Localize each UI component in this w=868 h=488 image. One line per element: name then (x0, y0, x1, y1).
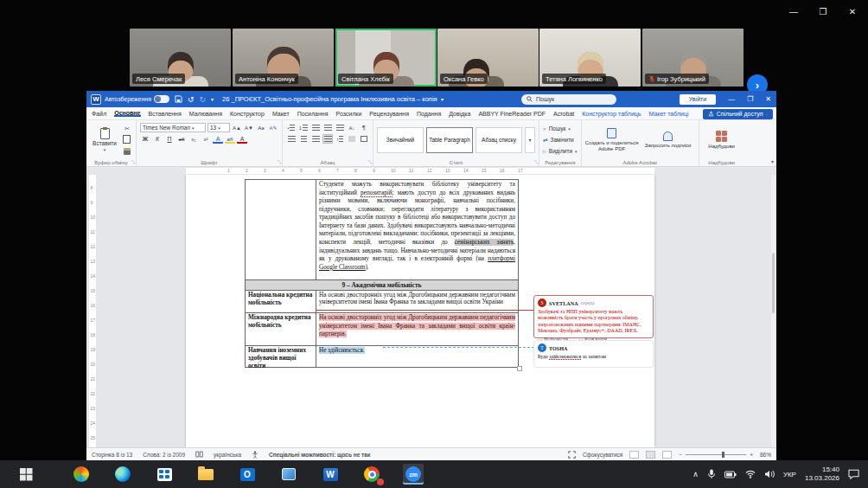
file-explorer-button[interactable] (195, 464, 216, 485)
clock[interactable]: 15:40 13.03.2026 (805, 466, 839, 483)
multilevel-list-icon[interactable] (310, 123, 321, 132)
tab-home[interactable]: Основне (114, 110, 140, 117)
video-tile[interactable]: Ігор Зубрицький (642, 29, 744, 87)
font-dialog-launcher[interactable]: ⤡ (278, 159, 281, 165)
table-resize-handle[interactable] (517, 366, 522, 371)
bold-icon[interactable]: Ж (140, 134, 150, 144)
tab-table-design[interactable]: Конструктор таблиць (582, 111, 641, 117)
document-page[interactable]: Студенти можуть використовувати бібліоте… (186, 175, 654, 447)
increase-indent-icon[interactable] (335, 123, 345, 132)
format-painter-icon[interactable] (122, 146, 132, 156)
font-name-select[interactable]: Times New Roman▾ (140, 123, 206, 132)
horizontal-ruler[interactable]: 1234567891011121314151617 (86, 167, 776, 175)
repository-link[interactable]: репозитарій (361, 189, 393, 197)
clipboard-dialog-launcher[interactable]: ⤡ (131, 159, 135, 165)
scrollbar[interactable] (771, 175, 775, 447)
bullets-icon[interactable]: • (286, 123, 297, 132)
table-cell-text[interactable]: Не здійснюється. (316, 346, 518, 367)
web-layout-icon[interactable] (662, 451, 672, 459)
paste-button[interactable]: Вставити ▾ (90, 123, 119, 157)
shading-icon[interactable] (347, 134, 357, 144)
align-center-icon[interactable] (298, 134, 309, 144)
battery-icon[interactable] (724, 471, 737, 478)
word-close-icon[interactable]: ✕ (765, 95, 771, 103)
title-chevron-icon[interactable]: ▾ (441, 96, 444, 102)
volume-icon[interactable] (764, 470, 775, 478)
tab-view[interactable]: Подання (417, 111, 441, 117)
focus-button[interactable]: Сфокусуватися (583, 452, 622, 458)
autosave-control[interactable]: Автозбереження (105, 95, 169, 103)
clear-format-icon[interactable]: А✎ (268, 123, 278, 132)
tab-review[interactable]: Рецензування (369, 111, 409, 117)
style-normal[interactable]: Звичайний (377, 127, 424, 153)
collapse-ribbon-icon[interactable]: ▾ (771, 158, 774, 164)
proofing-icon[interactable] (195, 451, 203, 458)
save-icon[interactable] (175, 95, 182, 103)
edge-button[interactable] (112, 464, 133, 485)
change-case-icon[interactable]: Аа (256, 123, 266, 132)
zoom-in-icon[interactable]: + (750, 452, 753, 458)
style-table-paragraph[interactable]: Table Paragraph (426, 127, 473, 153)
italic-icon[interactable]: К (152, 134, 163, 144)
cut-icon[interactable]: ✂ (122, 124, 132, 133)
font-color-icon[interactable]: А (237, 134, 247, 144)
line-spacing-icon[interactable]: ↕ (335, 134, 345, 144)
share-button[interactable]: Спільний доступ ▾ (703, 109, 773, 119)
show-marks-icon[interactable]: ¶ (359, 123, 369, 132)
signin-button[interactable]: Увійти (680, 94, 716, 105)
chrome-button[interactable] (361, 464, 382, 485)
styles-dialog-launcher[interactable]: ⤡ (534, 159, 538, 165)
page-indicator[interactable]: Сторінка 8 із 13 (92, 452, 132, 458)
select-button[interactable]: ▷Виділити▾ (543, 146, 578, 156)
tray-expand-icon[interactable]: ∧ (692, 470, 699, 478)
replace-button[interactable]: ⇄Замінити (543, 135, 578, 144)
paragraph-dialog-launcher[interactable]: ⤡ (368, 159, 372, 165)
tab-mailings[interactable]: Розсилки (336, 111, 362, 117)
search-input[interactable]: Пошук (521, 94, 616, 105)
video-tile-active-speaker[interactable]: Світлана Хлєбік (335, 29, 437, 87)
qat-more-icon[interactable]: ▾ (211, 96, 214, 102)
store-button[interactable] (154, 464, 175, 485)
tab-acrobat[interactable]: Acrobat (553, 111, 574, 117)
outlook-button[interactable]: O (237, 464, 258, 485)
minimize-icon[interactable]: — (787, 5, 801, 17)
video-tile[interactable]: Антоніна Конончук (233, 29, 334, 87)
zoom-level[interactable]: 86% (760, 452, 771, 458)
video-tile[interactable]: Леся Смеречак (130, 29, 231, 87)
close-icon[interactable]: ✕ (846, 5, 859, 17)
tab-table-layout[interactable]: Макет таблиці (648, 111, 688, 117)
sort-icon[interactable]: А↓ (347, 123, 357, 132)
photos-button[interactable] (278, 464, 299, 485)
justify-icon[interactable] (322, 134, 333, 144)
redo-icon[interactable]: ↻ (199, 95, 206, 104)
zoom-out-icon[interactable]: − (679, 452, 682, 458)
wifi-icon[interactable] (745, 470, 756, 478)
table-cell-text[interactable]: На основі двосторонніх угод між Дрогобиц… (316, 313, 518, 345)
request-signatures-button[interactable]: Запросить подписи (641, 123, 695, 157)
font-size-select[interactable]: 13▾ (207, 123, 230, 132)
align-left-icon[interactable] (286, 134, 297, 144)
word-count[interactable]: Слова: 2 із 2009 (143, 452, 185, 458)
autosave-toggle[interactable] (154, 95, 169, 103)
comment-card[interactable]: S SVETLANA середа Здобувачі та НПП уніве… (533, 295, 654, 338)
create-pdf-button[interactable]: Создать и поделиться Adobe PDF (585, 123, 639, 157)
maximize-icon[interactable]: ❐ (816, 5, 830, 17)
shrink-font-icon[interactable]: А▼ (244, 123, 254, 132)
video-tile[interactable]: Оксана Гевко (437, 29, 539, 87)
undo-icon[interactable]: ↺ (188, 95, 195, 104)
tab-layout[interactable]: Макет (272, 111, 290, 117)
styles-gallery-more-icon[interactable]: ▾ (525, 127, 535, 153)
strikethrough-icon[interactable]: аб (176, 134, 187, 144)
comment-card[interactable]: T TOSHA Буде здійснюватися за запитом (533, 340, 654, 368)
accessibility-status[interactable]: Спеціальні можливості: щось не так (269, 452, 370, 458)
style-list-paragraph[interactable]: Абзац списку (475, 127, 522, 153)
word-restore-icon[interactable]: ❐ (747, 95, 753, 103)
tab-references[interactable]: Посилання (297, 111, 329, 117)
numbering-icon[interactable]: 1 (298, 123, 309, 132)
align-right-icon[interactable] (310, 134, 321, 144)
highlight-color-icon[interactable]: аб (225, 134, 235, 144)
borders-icon[interactable] (359, 134, 369, 144)
table-cell-text[interactable]: Студенти можуть використовувати бібліоте… (316, 180, 518, 279)
print-layout-icon[interactable] (646, 451, 655, 459)
tab-draw[interactable]: Малювання (189, 111, 222, 117)
